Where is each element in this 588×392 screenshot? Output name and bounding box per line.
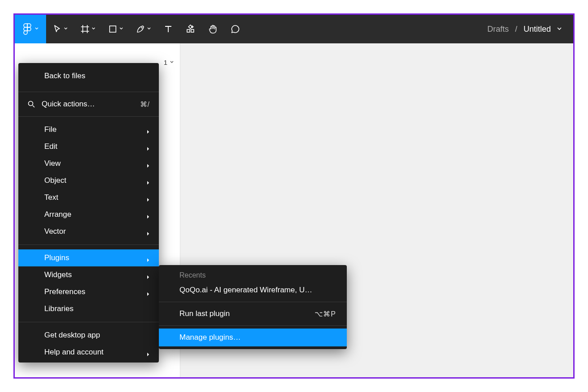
figma-logo-icon	[22, 24, 32, 34]
svg-point-2	[141, 27, 143, 29]
comment-tool[interactable]	[224, 15, 247, 43]
menu-label: Back to files	[44, 72, 85, 80]
resources-tool[interactable]	[179, 15, 202, 43]
menu-label: Arrange	[44, 210, 71, 219]
chevron-down-icon	[170, 61, 174, 64]
breadcrumb: Drafts / Untitled	[487, 25, 573, 34]
submenu-label: Manage plugins…	[179, 333, 241, 342]
menu-quick-actions[interactable]: Quick actions… ⌘/	[18, 95, 159, 114]
menu-label: Libraries	[44, 304, 73, 313]
chevron-right-icon	[146, 178, 151, 183]
text-tool[interactable]	[157, 15, 179, 43]
chevron-right-icon	[146, 144, 151, 149]
menu-file[interactable]: File	[18, 121, 159, 138]
menu-label: Object	[44, 176, 66, 185]
svg-rect-4	[191, 30, 194, 32]
menu-label: Vector	[44, 227, 66, 236]
chevron-right-icon	[146, 290, 151, 294]
page-selector[interactable]: 1	[164, 59, 174, 66]
main-menu: Back to files Quick actions… ⌘/ File Edi…	[18, 63, 159, 362]
submenu-run-last-plugin[interactable]: Run last plugin ⌥⌘P	[159, 305, 347, 323]
app-frame: Drafts / Untitled 1 Back to files	[13, 13, 575, 379]
svg-point-6	[29, 101, 33, 106]
chevron-down-icon	[35, 27, 38, 31]
text-icon	[163, 24, 173, 34]
menu-back-to-files[interactable]: Back to files	[18, 63, 159, 89]
pen-icon	[136, 24, 145, 34]
chevron-right-icon	[146, 195, 151, 200]
menu-edit[interactable]: Edit	[18, 138, 159, 155]
menu-label: Widgets	[44, 270, 72, 279]
chevron-right-icon	[146, 161, 151, 166]
menu-vector[interactable]: Vector	[18, 223, 159, 240]
submenu-separator	[159, 325, 347, 326]
chevron-down-icon	[64, 27, 68, 31]
shortcut: ⌘/	[140, 100, 150, 109]
rectangle-icon	[108, 24, 118, 34]
search-icon	[27, 100, 35, 108]
menu-arrange[interactable]: Arrange	[18, 206, 159, 223]
move-tool[interactable]	[46, 15, 74, 43]
comment-icon	[230, 24, 240, 34]
frame-icon	[80, 24, 90, 34]
submenu-recent-plugin[interactable]: QoQo.ai - AI generated Wireframe, U…	[159, 281, 347, 299]
frame-tool[interactable]	[74, 15, 102, 43]
menu-text[interactable]: Text	[18, 189, 159, 206]
breadcrumb-separator: /	[515, 25, 517, 34]
menu-label: Preferences	[44, 287, 85, 296]
menu-object[interactable]: Object	[18, 172, 159, 189]
cursor-icon	[52, 24, 62, 34]
shortcut: ⌥⌘P	[315, 310, 336, 318]
menu-preferences[interactable]: Preferences	[18, 283, 159, 300]
menu-get-desktop-app[interactable]: Get desktop app	[18, 327, 159, 344]
submenu-header: Recents	[159, 268, 347, 281]
hand-icon	[208, 24, 218, 34]
toolbar: Drafts / Untitled	[15, 15, 573, 43]
chevron-down-icon	[92, 27, 95, 31]
page-suffix: 1	[164, 59, 167, 66]
menu-label: Edit	[44, 142, 57, 151]
chevron-right-icon	[146, 256, 151, 260]
submenu-label: QoQo.ai - AI generated Wireframe, U…	[179, 286, 312, 295]
chevron-down-icon	[147, 27, 151, 31]
chevron-right-icon	[146, 273, 151, 277]
menu-label: Get desktop app	[44, 331, 100, 340]
menu-label: Text	[44, 193, 58, 202]
canvas[interactable]: 1 Back to files Quick actions… ⌘/	[15, 43, 573, 377]
menu-separator	[18, 244, 159, 245]
menu-label: Quick actions…	[42, 100, 95, 109]
chevron-right-icon	[146, 350, 151, 354]
hand-tool[interactable]	[202, 15, 224, 43]
chevron-down-icon[interactable]	[557, 27, 561, 31]
submenu-label: Run last plugin	[179, 309, 230, 318]
resources-icon	[186, 24, 196, 34]
svg-rect-3	[187, 30, 190, 32]
svg-rect-1	[110, 26, 116, 32]
chevron-down-icon	[119, 27, 123, 31]
menu-plugins[interactable]: Plugins	[18, 249, 159, 266]
submenu-separator	[159, 302, 347, 302]
main-menu-button[interactable]	[15, 15, 46, 43]
menu-widgets[interactable]: Widgets	[18, 266, 159, 283]
menu-separator	[18, 116, 159, 117]
file-name[interactable]: Untitled	[524, 25, 551, 34]
menu-label: Plugins	[44, 253, 69, 262]
menu-help-account[interactable]: Help and account	[18, 344, 159, 361]
chevron-right-icon	[146, 127, 151, 132]
menu-separator	[18, 92, 159, 92]
menu-libraries[interactable]: Libraries	[18, 300, 159, 317]
menu-label: File	[44, 125, 56, 134]
project-name[interactable]: Drafts	[487, 25, 509, 34]
menu-separator	[18, 322, 159, 322]
pen-tool[interactable]	[129, 15, 157, 43]
chevron-right-icon	[146, 212, 151, 217]
svg-point-0	[27, 27, 31, 31]
menu-label: Help and account	[44, 348, 103, 357]
chevron-right-icon	[146, 229, 151, 234]
plugins-submenu: Recents QoQo.ai - AI generated Wireframe…	[159, 265, 347, 349]
menu-label: View	[44, 159, 61, 168]
shape-tool[interactable]	[102, 15, 129, 43]
menu-view[interactable]: View	[18, 155, 159, 172]
submenu-manage-plugins[interactable]: Manage plugins…	[159, 329, 347, 346]
